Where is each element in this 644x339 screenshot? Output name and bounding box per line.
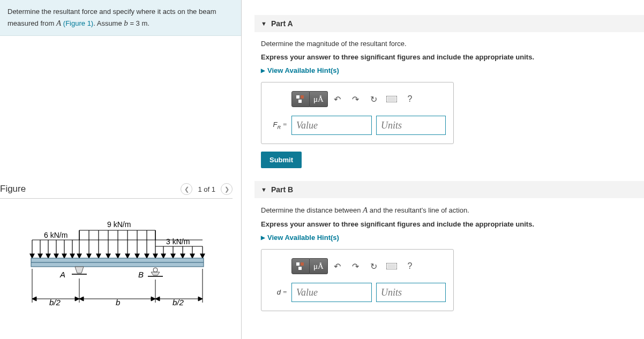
problem-statement: Determine the resultant force and specif… [0,0,241,36]
svg-marker-5 [30,254,34,258]
svg-rect-70 [301,262,304,266]
svg-marker-11 [54,254,58,258]
part-a-units-input[interactable] [376,116,446,135]
redo-icon[interactable]: ↷ [346,258,364,274]
figure-next-button[interactable]: ❯ [221,183,233,195]
dim-b2-left: b/2 [49,298,61,307]
svg-marker-39 [181,254,185,258]
svg-rect-73 [387,264,396,268]
svg-marker-7 [38,254,42,258]
help-icon[interactable]: ? [401,258,419,274]
part-b-units-input[interactable] [376,283,446,302]
point-b-label: B [138,270,144,279]
beam-diagram: 6 kN/m 9 kN/m 3 kN/m A B b/2 b b/2 [21,220,214,316]
svg-marker-56 [75,297,79,301]
part-a-submit-button[interactable]: Submit [261,152,302,168]
load-right-label: 3 kN/m [166,237,190,246]
part-a-answer-box: μÅ ↶ ↷ ↻ ? FR = [261,82,454,144]
units-icon[interactable]: μÅ [310,258,328,274]
svg-marker-37 [171,254,175,258]
svg-marker-25 [116,254,120,258]
part-b-var-label: d = [271,288,287,297]
svg-marker-35 [161,254,166,258]
part-a-title: Part A [271,19,293,28]
svg-rect-69 [296,262,299,266]
figure-link[interactable]: (Figure 1) [63,19,93,27]
part-a-header[interactable]: ▼ Part A [254,15,644,32]
svg-marker-15 [70,254,74,258]
svg-marker-17 [77,254,81,258]
help-icon[interactable]: ? [401,91,419,107]
caret-down-icon: ▼ [261,20,267,27]
svg-marker-58 [79,297,84,301]
part-a-instructions: Express your answer to three significant… [261,53,638,61]
undo-icon[interactable]: ↶ [328,258,346,274]
svg-rect-64 [301,95,304,99]
redo-icon[interactable]: ↷ [346,91,364,107]
reset-icon[interactable]: ↻ [364,91,383,107]
svg-marker-23 [106,254,110,258]
keyboard-icon[interactable] [383,258,401,274]
svg-marker-13 [62,254,66,258]
part-b-hints-link[interactable]: ▶ View Available Hint(s) [261,233,638,242]
load-mid-label: 9 kN/m [107,220,131,229]
svg-point-48 [153,268,158,272]
dim-b: b [116,298,120,307]
point-a-label: A [59,270,65,279]
triangle-right-icon: ▶ [261,235,265,240]
svg-marker-59 [151,297,155,301]
part-a-prompt: Determine the magnitude of the resultant… [261,40,638,48]
part-b-prompt: Determine the distance between A and the… [261,206,638,215]
svg-marker-21 [96,254,101,258]
svg-marker-41 [190,254,194,258]
svg-marker-33 [153,254,158,258]
problem-text-2: . Assume [93,19,124,27]
part-b-title: Part B [271,185,293,194]
figure-title: Figure [0,184,26,194]
units-icon[interactable]: μÅ [310,91,328,107]
svg-rect-71 [298,267,302,270]
part-b-value-input[interactable] [291,283,372,302]
svg-marker-19 [87,254,91,258]
part-a-var-label: FR = [271,120,287,130]
svg-rect-65 [298,100,302,103]
svg-marker-43 [200,254,205,258]
svg-marker-55 [32,297,36,301]
part-b-answer-box: μÅ ↶ ↷ ↻ ? d = [261,249,454,311]
part-b-instructions: Express your answer to three significant… [261,220,638,228]
reset-icon[interactable]: ↻ [364,258,383,274]
svg-marker-62 [198,297,203,301]
figure-count: 1 of 1 [198,185,215,193]
period: . [147,19,149,27]
figure-header: Figure ❮ 1 of 1 ❯ [0,183,233,199]
svg-marker-29 [135,254,139,258]
svg-marker-27 [125,254,130,258]
svg-rect-68 [387,97,396,101]
templates-icon[interactable] [291,258,310,274]
triangle-right-icon: ▶ [261,67,265,73]
caret-down-icon: ▼ [261,186,267,193]
svg-rect-63 [296,95,299,99]
templates-icon[interactable] [291,91,310,107]
undo-icon[interactable]: ↶ [328,91,346,107]
keyboard-icon[interactable] [383,91,401,107]
svg-marker-31 [145,254,149,258]
part-b-header[interactable]: ▼ Part B [254,181,644,198]
svg-marker-61 [155,297,160,301]
part-a-hints-link[interactable]: ▶ View Available Hint(s) [261,66,638,74]
load-left-label: 6 kN/m [44,231,68,239]
dim-b2-right: b/2 [173,298,184,307]
figure-prev-button[interactable]: ❮ [181,183,192,195]
svg-marker-9 [46,254,50,258]
part-a-value-input[interactable] [291,116,372,135]
